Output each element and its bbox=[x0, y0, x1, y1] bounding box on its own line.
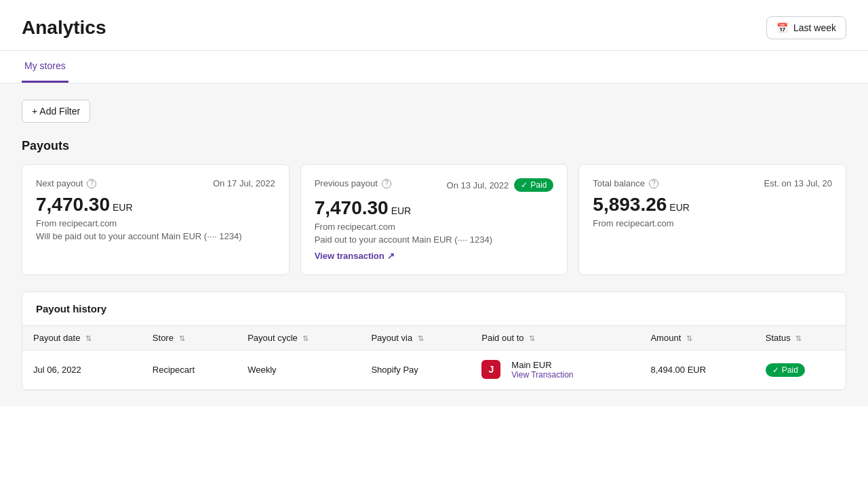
tabs-nav: My stores bbox=[0, 51, 868, 83]
cell-payout-via: Shopify Pay bbox=[360, 350, 471, 390]
col-store[interactable]: Store ⇅ bbox=[142, 326, 237, 350]
previous-payout-amount: 7,470.30 EUR bbox=[315, 197, 554, 219]
next-payout-label: Next payout ? bbox=[36, 178, 96, 188]
table-header-row: Payout date ⇅ Store ⇅ Payout cycle ⇅ P bbox=[22, 326, 846, 350]
next-payout-amount: 7,470.30 EUR bbox=[36, 194, 275, 216]
date-filter-button[interactable]: 📅 Last week bbox=[766, 16, 846, 39]
add-filter-button[interactable]: + Add Filter bbox=[22, 100, 90, 123]
sort-payout-via-icon: ⇅ bbox=[418, 334, 424, 342]
payouts-section: Payouts Next payout ? On 17 Jul, 2022 7,… bbox=[22, 139, 846, 275]
total-balance-amount: 5,893.26 EUR bbox=[593, 194, 832, 216]
previous-payout-card: Previous payout ? On 13 Jul, 2022 ✓ Paid bbox=[300, 164, 568, 275]
date-filter-label: Last week bbox=[793, 22, 836, 33]
table-row: Jul 06, 2022 Recipecart Weekly Shopify P… bbox=[22, 350, 846, 390]
next-payout-info-icon[interactable]: ? bbox=[87, 179, 96, 188]
payout-history-table: Payout date ⇅ Store ⇅ Payout cycle ⇅ P bbox=[22, 326, 846, 390]
col-amount[interactable]: Amount ⇅ bbox=[639, 326, 754, 350]
total-balance-label: Total balance ? bbox=[593, 178, 658, 188]
tab-my-stores[interactable]: My stores bbox=[22, 51, 68, 83]
previous-payout-badge: ✓ Paid bbox=[514, 178, 553, 192]
cell-payout-date: Jul 06, 2022 bbox=[22, 350, 142, 390]
view-transaction-link[interactable]: View transaction ↗ bbox=[315, 251, 395, 261]
payout-history-title: Payout history bbox=[22, 292, 846, 326]
cell-paid-out-to: J Main EUR View Transaction bbox=[471, 350, 639, 390]
page-title: Analytics bbox=[22, 17, 106, 49]
next-payout-date: On 17 Jul, 2022 bbox=[213, 178, 275, 188]
previous-payout-info-icon[interactable]: ? bbox=[382, 179, 391, 188]
cell-payout-cycle: Weekly bbox=[237, 350, 360, 390]
main-content: + Add Filter Payouts Next payout ? On 17… bbox=[0, 83, 868, 407]
view-transaction-table-link[interactable]: View Transaction bbox=[511, 370, 573, 380]
arrow-up-right-icon: ↗ bbox=[387, 251, 395, 261]
total-balance-date: Est. on 13 Jul, 20 bbox=[764, 178, 832, 188]
payouts-section-title: Payouts bbox=[22, 139, 846, 153]
sort-amount-icon: ⇅ bbox=[686, 334, 692, 342]
cell-store: Recipecart bbox=[142, 350, 237, 390]
payout-cards: Next payout ? On 17 Jul, 2022 7,470.30 E… bbox=[22, 164, 846, 275]
total-balance-from: From recipecart.com bbox=[593, 218, 832, 228]
calendar-icon: 📅 bbox=[776, 22, 788, 33]
sort-payout-date-icon: ⇅ bbox=[85, 334, 92, 342]
paid-out-info: Main EUR View Transaction bbox=[511, 360, 573, 380]
col-payout-via[interactable]: Payout via ⇅ bbox=[360, 326, 471, 350]
previous-payout-label: Previous payout ? bbox=[315, 178, 391, 188]
store-logo: J bbox=[481, 360, 500, 379]
next-payout-from: From recipecart.com bbox=[36, 218, 275, 228]
paid-out-name: Main EUR bbox=[511, 360, 573, 370]
cell-status: ✓ Paid bbox=[755, 350, 846, 390]
previous-payout-date: On 13 Jul, 2022 bbox=[447, 180, 509, 190]
sort-payout-cycle-icon: ⇅ bbox=[302, 334, 309, 342]
previous-payout-from: From recipecart.com bbox=[315, 222, 554, 232]
col-paid-out-to[interactable]: Paid out to ⇅ bbox=[471, 326, 639, 350]
total-balance-card: Total balance ? Est. on 13 Jul, 20 5,893… bbox=[578, 164, 846, 275]
sort-status-icon: ⇅ bbox=[795, 334, 802, 342]
status-checkmark-icon: ✓ bbox=[772, 365, 779, 375]
col-status[interactable]: Status ⇅ bbox=[755, 326, 846, 350]
next-payout-account: Will be paid out to your account Main EU… bbox=[36, 231, 275, 241]
cell-amount: 8,494.00 EUR bbox=[639, 350, 754, 390]
next-payout-card: Next payout ? On 17 Jul, 2022 7,470.30 E… bbox=[22, 164, 290, 275]
col-payout-date[interactable]: Payout date ⇅ bbox=[22, 326, 142, 350]
payout-history-section: Payout history Payout date ⇅ Store ⇅ P bbox=[22, 291, 846, 390]
sort-store-icon: ⇅ bbox=[179, 334, 185, 342]
col-payout-cycle[interactable]: Payout cycle ⇅ bbox=[237, 326, 360, 350]
sort-paid-out-to-icon: ⇅ bbox=[529, 334, 535, 342]
previous-payout-account: Paid out to your account Main EUR (···· … bbox=[315, 235, 554, 245]
status-badge: ✓ Paid bbox=[766, 363, 805, 377]
total-balance-info-icon[interactable]: ? bbox=[649, 179, 658, 188]
